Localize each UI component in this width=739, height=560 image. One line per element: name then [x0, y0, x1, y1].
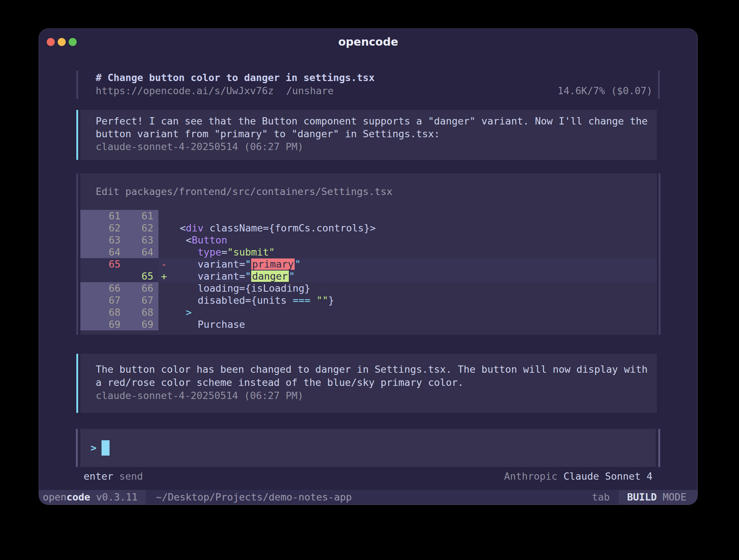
- diff-change-marker: [158, 222, 168, 234]
- message-meta: claude-sonnet-4-20250514 (06:27 PM): [96, 389, 657, 402]
- diff-code-line: >: [168, 306, 657, 318]
- diff-code-line: [168, 210, 657, 222]
- message-accent-border: [76, 110, 78, 160]
- diff-change-marker: [158, 210, 168, 222]
- text-cursor: [102, 440, 110, 456]
- app-version: v0.3.11: [90, 491, 138, 503]
- diff-new-line-number: [120, 258, 158, 270]
- session-header: # Change button color to danger in setti…: [39, 70, 697, 99]
- diff-change-marker: [158, 306, 168, 318]
- message-text: Perfect! I can see that the Button compo…: [96, 115, 657, 140]
- diff-change-marker: [158, 294, 168, 306]
- diff-old-line-number: 62: [80, 222, 120, 234]
- diff-old-line-number: 69: [80, 318, 120, 330]
- diff-row: 6666 loading={isLoading}: [80, 282, 657, 294]
- diff-change-marker: [158, 234, 168, 246]
- diff-old-line-number: 65: [80, 258, 120, 270]
- diff-row: 6767 disabled={units === ""}: [80, 294, 657, 306]
- diff-row: 6868 >: [80, 306, 657, 318]
- prompt-right-border: [658, 429, 660, 467]
- working-directory: ~/Desktop/Projects/demo-notes-app: [156, 490, 352, 505]
- diff-new-line-number: 62: [120, 222, 158, 234]
- diff-new-line-number: 63: [120, 234, 158, 246]
- prompt-input[interactable]: >: [80, 429, 656, 467]
- context-usage-stats: 14.6K/7% ($0.07): [558, 84, 652, 97]
- diff-old-line-number: [80, 270, 120, 282]
- mode-primary: BUILD: [627, 491, 656, 503]
- diff-change-marker: +: [158, 270, 168, 282]
- diff-row: 6262 <div className={formCs.controls}>: [80, 222, 657, 234]
- mode-toggle[interactable]: BUILD MODE: [619, 490, 697, 505]
- diff-code-line: Purchase: [168, 318, 657, 330]
- prompt-symbol: >: [91, 440, 96, 456]
- message-meta: claude-sonnet-4-20250514 (06:27 PM): [96, 140, 657, 153]
- edit-tool-block: Edit packages/frontend/src/containers/Se…: [80, 173, 657, 335]
- diff-new-line-number: 64: [120, 246, 158, 258]
- header-right-border: [658, 70, 660, 99]
- edit-right-border: [659, 173, 660, 335]
- enter-hint: enter send: [84, 471, 143, 482]
- diff-new-line-number: 65: [120, 270, 158, 282]
- edit-file-path: Edit packages/frontend/src/containers/Se…: [96, 185, 393, 198]
- brand-prefix: open: [43, 491, 66, 503]
- diff-row: 6464 type="submit": [80, 246, 657, 258]
- diff-change-marker: -: [158, 258, 168, 270]
- enter-action-label: send: [113, 471, 143, 482]
- share-url[interactable]: https://opencode.ai/s/UwJxv76z: [96, 85, 274, 96]
- prompt-line: >: [91, 440, 110, 456]
- diff-old-line-number: 66: [80, 282, 120, 294]
- diff-old-line-number: 67: [80, 294, 120, 306]
- app-version-badge: opencode v0.3.11: [39, 490, 146, 505]
- diff-code-line: variant="danger": [168, 270, 657, 282]
- enter-key-label: enter: [84, 471, 113, 482]
- brand-suffix: code: [66, 491, 90, 503]
- diff-old-line-number: 63: [80, 234, 120, 246]
- diff-old-line-number: 68: [80, 306, 120, 318]
- message-text: The button color has been changed to dan…: [96, 363, 657, 389]
- message-accent-border: [76, 354, 78, 413]
- opencode-window: opencode # Change button color to danger…: [39, 28, 698, 505]
- unshare-command[interactable]: /unshare: [286, 85, 334, 96]
- session-subline: https://opencode.ai/s/UwJxv76z/unshare: [96, 84, 334, 97]
- diff-row: 6363 <Button: [80, 234, 657, 246]
- model-provider: Anthropic: [504, 471, 564, 482]
- model-indicator: Anthropic Claude Sonnet 4: [504, 471, 652, 482]
- session-title: # Change button color to danger in setti…: [96, 71, 375, 84]
- prompt-left-border: [76, 429, 78, 467]
- diff-row: 6161: [80, 210, 657, 222]
- diff-old-line-number: 61: [80, 210, 120, 222]
- diff-old-line-number: 64: [80, 246, 120, 258]
- model-name: Claude Sonnet 4: [563, 471, 652, 482]
- diff-code-line: disabled={units === ""}: [168, 294, 657, 306]
- assistant-message: Perfect! I can see that the Button compo…: [80, 110, 657, 160]
- diff-row: 6969 Purchase: [80, 318, 657, 330]
- diff-new-line-number: 68: [120, 306, 158, 318]
- diff-code-line: loading={isLoading}: [168, 282, 657, 294]
- diff-code-line: <div className={formCs.controls}>: [168, 222, 657, 234]
- diff-code-line: type="submit": [168, 246, 657, 258]
- diff-new-line-number: 66: [120, 282, 158, 294]
- mode-secondary: MODE: [657, 491, 686, 503]
- diff-code-line: <Button: [168, 234, 657, 246]
- edit-left-border: [76, 173, 78, 335]
- diff-change-marker: [158, 246, 168, 258]
- assistant-message: The button color has been changed to dan…: [80, 354, 657, 413]
- diff-change-marker: [158, 282, 168, 294]
- diff-new-line-number: 67: [120, 294, 158, 306]
- diff-row: 65- variant="primary": [80, 258, 657, 270]
- header-left-border: [76, 70, 78, 99]
- diff-code-line: variant="primary": [168, 258, 657, 270]
- diff-new-line-number: 61: [120, 210, 158, 222]
- diff-new-line-number: 69: [120, 318, 158, 330]
- status-bar: opencode v0.3.11 ~/Desktop/Projects/demo…: [39, 490, 697, 505]
- tab-key-hint[interactable]: tab: [592, 490, 610, 505]
- diff-rows: 61616262 <div className={formCs.controls…: [80, 210, 657, 330]
- diff-row: 65+ variant="danger": [80, 270, 657, 282]
- diff-change-marker: [158, 318, 168, 330]
- window-title: opencode: [39, 35, 697, 48]
